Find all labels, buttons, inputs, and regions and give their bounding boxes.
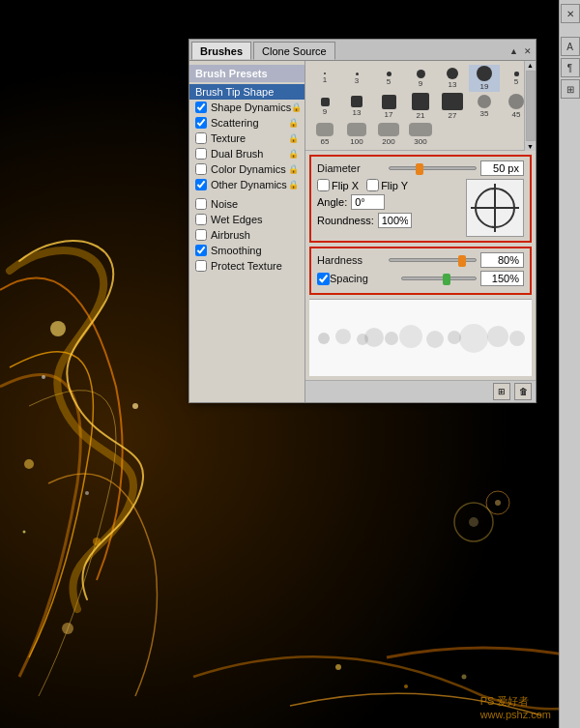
svg-point-23 — [459, 324, 488, 353]
scattering-label: Scattering — [211, 117, 259, 129]
grid-scrollbar[interactable]: ▲ ▼ — [524, 61, 536, 151]
panel-scroll-up[interactable]: ▲ — [508, 46, 520, 56]
scattering-checkbox[interactable] — [195, 117, 207, 129]
sidebar-item-brush-tip-shape[interactable]: Brush Tip Shape — [189, 84, 304, 100]
shape-dynamics-checkbox[interactable] — [195, 102, 207, 113]
delete-brush-button[interactable]: 🗑 — [514, 383, 532, 400]
svg-point-15 — [318, 333, 330, 344]
diameter-section: Diameter 50 px Flip X — [309, 155, 532, 243]
other-dynamics-checkbox[interactable] — [195, 179, 207, 190]
brush-cell-3[interactable]: 3 — [341, 65, 372, 92]
brush-cell-100[interactable]: 100 — [341, 121, 372, 148]
brush-cell-13b[interactable]: 13 — [341, 93, 372, 120]
brush-cell-9[interactable]: 9 — [405, 65, 436, 92]
spacing-slider[interactable] — [401, 277, 477, 280]
flip-preview-row: Flip X Flip Y Angle: Roundn — [317, 179, 524, 237]
hardness-value: 80% — [480, 252, 524, 268]
flip-y-checkbox[interactable] — [366, 179, 379, 191]
flip-x-label[interactable]: Flip X — [317, 179, 359, 191]
brush-cell-200[interactable]: 200 — [373, 121, 404, 148]
wet-edges-checkbox[interactable] — [195, 214, 207, 225]
protect-texture-checkbox[interactable] — [195, 260, 207, 272]
sidebar-item-wet-edges[interactable]: Wet Edges — [189, 212, 304, 227]
roundness-input[interactable] — [378, 213, 412, 228]
diameter-thumb[interactable] — [416, 163, 423, 175]
brush-cell-21[interactable]: 21 — [405, 93, 436, 120]
sidebar-item-texture[interactable]: Texture 🔒 — [189, 131, 304, 146]
svg-point-22 — [448, 331, 461, 344]
brush-cell-27[interactable]: 27 — [437, 93, 468, 120]
angle-label: Angle: — [317, 196, 347, 208]
sidebar-item-noise[interactable]: Noise — [189, 196, 304, 212]
flip-y-label[interactable]: Flip Y — [366, 179, 408, 191]
diameter-label: Diameter — [317, 162, 385, 174]
hardness-row: Hardness 80% — [317, 252, 524, 268]
watermark-line2: www.pshz.com — [480, 709, 551, 720]
brush-cell-13[interactable]: 13 — [437, 65, 468, 92]
spacing-thumb[interactable] — [443, 274, 450, 285]
smoothing-label: Smoothing — [211, 245, 262, 256]
sidebar-item-smoothing[interactable]: Smoothing — [189, 243, 304, 258]
smoothing-checkbox[interactable] — [195, 245, 207, 256]
roundness-row: Roundness: — [317, 213, 456, 228]
tab-clone-source[interactable]: Clone Source — [253, 42, 335, 60]
grid-scroll-up[interactable]: ▲ — [526, 61, 535, 70]
brush-cell-17[interactable]: 17 — [373, 93, 404, 120]
brush-cell-65[interactable]: 65 — [309, 121, 340, 148]
texture-checkbox[interactable] — [195, 132, 207, 144]
svg-point-16 — [335, 329, 351, 344]
tab-bar: Brushes Clone Source ▲ ✕ — [189, 40, 536, 61]
svg-point-25 — [509, 331, 525, 346]
dual-brush-checkbox[interactable] — [195, 148, 207, 160]
brush-grid: 1 3 5 9 13 — [305, 61, 536, 151]
texture-label: Texture — [211, 132, 246, 144]
brush-cell-35[interactable]: 35 — [469, 93, 500, 120]
flip-angle-col: Flip X Flip Y Angle: Roundn — [317, 179, 456, 231]
toolbar-close-btn[interactable]: ✕ — [561, 4, 580, 23]
sidebar-item-scattering[interactable]: Scattering 🔒 — [189, 115, 304, 131]
hardness-slider[interactable] — [389, 258, 477, 262]
toolbar-grid-btn[interactable]: ⊞ — [561, 79, 580, 99]
preview-strip — [309, 299, 532, 376]
sidebar-item-shape-dynamics[interactable]: Shape Dynamics 🔒 — [189, 100, 304, 115]
tab-brushes[interactable]: Brushes — [191, 42, 251, 60]
color-dynamics-label: Color Dynamics — [211, 163, 286, 175]
brush-cell-1[interactable]: 1 — [309, 65, 340, 92]
right-toolbar: ✕ A ¶ ⊞ — [559, 0, 580, 728]
brush-cell-5[interactable]: 5 — [373, 65, 404, 92]
hardness-thumb[interactable] — [458, 255, 466, 267]
sidebar-item-protect-texture[interactable]: Protect Texture — [189, 258, 304, 274]
toolbar-text-btn[interactable]: A — [561, 37, 580, 56]
spacing-checkbox[interactable] — [317, 273, 330, 285]
sidebar-item-dual-brush[interactable]: Dual Brush 🔒 — [189, 146, 304, 161]
brush-tip-shape-label: Brush Tip Shape — [195, 86, 274, 98]
scattering-lock: 🔒 — [288, 118, 299, 128]
brushes-panel: Brushes Clone Source ▲ ✕ Brush Presets B… — [188, 39, 536, 403]
noise-checkbox[interactable] — [195, 198, 207, 210]
diameter-value: 50 px — [480, 160, 524, 176]
airbrush-checkbox[interactable] — [195, 229, 207, 241]
create-new-brush-button[interactable]: ⊞ — [493, 383, 510, 400]
panel-close[interactable]: ✕ — [522, 46, 534, 56]
sidebar-item-other-dynamics[interactable]: Other Dynamics 🔒 — [189, 177, 304, 192]
angle-input[interactable] — [351, 194, 385, 210]
flip-x-checkbox[interactable] — [317, 179, 330, 191]
brush-cell-19-selected[interactable]: 19 — [469, 65, 500, 92]
grid-scroll-down[interactable]: ▼ — [526, 142, 535, 151]
preset-header[interactable]: Brush Presets — [189, 65, 304, 82]
grid-scroll-thumb[interactable] — [526, 71, 536, 141]
color-dynamics-checkbox[interactable] — [195, 163, 207, 175]
toolbar-paragraph-btn[interactable]: ¶ — [561, 58, 580, 77]
wet-edges-label: Wet Edges — [211, 214, 263, 225]
crosshair-v — [494, 184, 496, 232]
watermark-line1: PS 爱好者 — [480, 694, 551, 709]
right-content: 1 3 5 9 13 — [305, 61, 536, 402]
dual-brush-label: Dual Brush — [211, 148, 263, 160]
brush-cell-300[interactable]: 300 — [405, 121, 436, 148]
flip-row: Flip X Flip Y — [317, 179, 456, 191]
diameter-slider[interactable] — [389, 166, 477, 170]
sidebar-item-airbrush[interactable]: Airbrush — [189, 227, 304, 243]
brush-cell-9b[interactable]: 9 — [309, 93, 340, 120]
sidebar-item-color-dynamics[interactable]: Color Dynamics 🔒 — [189, 161, 304, 177]
roundness-label: Roundness: — [317, 215, 374, 226]
